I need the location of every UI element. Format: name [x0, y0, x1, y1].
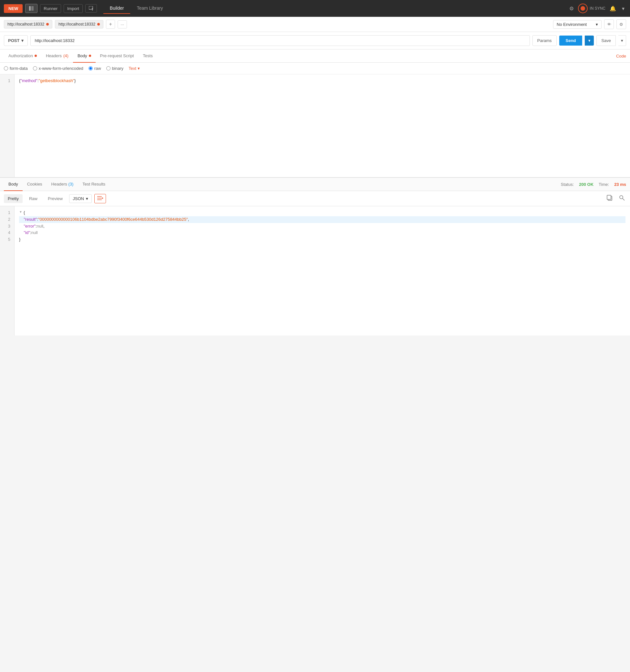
- tests-label: Tests: [143, 53, 152, 58]
- format-preview-button[interactable]: Preview: [44, 194, 67, 203]
- tab-prerequest[interactable]: Pre-request Script: [96, 49, 138, 63]
- tab-1-url: http://localhost:18332: [7, 22, 44, 26]
- url-input[interactable]: [30, 35, 530, 46]
- request-code-editor: 1 {"method":"getbestblockhash"}: [0, 74, 630, 178]
- env-select-button[interactable]: No Environment ▾: [553, 20, 602, 29]
- resp-tab-body[interactable]: Body: [4, 178, 23, 191]
- resp-tab-test-results[interactable]: Test Results: [78, 178, 110, 191]
- tab-tests[interactable]: Tests: [138, 49, 157, 63]
- params-button[interactable]: Params: [532, 35, 557, 46]
- tab-1-dot: [46, 23, 49, 26]
- main-nav-tabs: Builder Team Library: [103, 3, 170, 14]
- body-type-bar: form-data x-www-form-urlencoded raw bina…: [0, 63, 630, 74]
- urlencoded-option[interactable]: x-www-form-urlencoded: [33, 66, 83, 71]
- resp-code-line-5: }: [19, 236, 626, 243]
- headers-label: Headers: [46, 53, 62, 58]
- method-value: "getbestblockhash": [39, 78, 74, 83]
- copy-button[interactable]: [605, 194, 614, 203]
- resp-code-content: ▼ { "result": "0000000000000106b1104bdbe…: [15, 206, 630, 336]
- resp-line-numbers: 1 2 3 4 5: [0, 206, 15, 336]
- copy-icon: [607, 195, 612, 201]
- binary-radio[interactable]: [106, 66, 110, 70]
- raw-option[interactable]: raw: [89, 66, 101, 71]
- send-dropdown-button[interactable]: ▾: [585, 35, 594, 46]
- resp-id-value: null: [31, 230, 37, 236]
- code-content[interactable]: {"method":"getbestblockhash"}: [15, 74, 630, 177]
- tab-team-library[interactable]: Team Library: [130, 3, 169, 14]
- response-section: Body Cookies Headers (3) Test Results St…: [0, 178, 630, 336]
- resp-error-value: null: [37, 223, 43, 230]
- resp-line-num-1: 1: [4, 210, 10, 216]
- text-dropdown-chevron-icon: ▾: [137, 66, 140, 71]
- search-icon: [619, 195, 625, 201]
- sync-dot-inner: [581, 6, 585, 11]
- sync-label: IN SYNC: [589, 6, 605, 11]
- format-pretty-button[interactable]: Pretty: [4, 194, 23, 203]
- resp-headers-label: Headers: [51, 182, 67, 187]
- status-area: Status: 200 OK Time: 23 ms: [561, 182, 626, 187]
- resp-result-value: "0000000000000106b1104bdbe2abc7990f3400f…: [38, 216, 188, 223]
- new-tab-button[interactable]: [85, 4, 97, 13]
- resp-line-num-3: 3: [4, 223, 10, 230]
- tab-item-2[interactable]: http://localhost:18332: [55, 20, 103, 28]
- line-number-1: 1: [4, 77, 10, 85]
- resp-code-line-1: ▼ {: [19, 210, 626, 216]
- more-tabs-button[interactable]: ···: [118, 20, 127, 28]
- resp-code-line-4: "id": null: [19, 230, 626, 236]
- tab-body[interactable]: Body: [73, 49, 96, 63]
- svg-rect-1: [31, 6, 33, 11]
- code-button[interactable]: Code: [616, 54, 626, 58]
- notifications-button[interactable]: 🔔: [608, 4, 618, 13]
- body-label: Body: [78, 53, 87, 58]
- resp-code-line-2: "result": "0000000000000106b1104bdbe2abc…: [19, 216, 626, 223]
- eye-icon-button[interactable]: 👁: [604, 19, 614, 29]
- resp-open-brace: {: [24, 210, 25, 216]
- resp-close-brace: }: [19, 236, 20, 243]
- form-data-radio[interactable]: [4, 66, 8, 70]
- resp-line-num-4: 4: [4, 230, 10, 236]
- sidebar-icon: [29, 6, 34, 11]
- dropdown-chevron-button[interactable]: ▾: [620, 4, 626, 13]
- svg-point-10: [620, 196, 623, 199]
- svg-rect-0: [29, 6, 31, 11]
- runner-button[interactable]: Runner: [40, 4, 61, 13]
- tab-item-1[interactable]: http://localhost:18332: [4, 20, 52, 28]
- save-button[interactable]: Save: [597, 35, 616, 46]
- sync-indicator: [578, 4, 588, 13]
- form-data-option[interactable]: form-data: [4, 66, 28, 71]
- save-dropdown-button[interactable]: ▾: [619, 35, 626, 46]
- sync-area: IN SYNC: [578, 4, 605, 13]
- resp-tab-cookies[interactable]: Cookies: [23, 178, 47, 191]
- add-tab-button[interactable]: +: [106, 20, 115, 29]
- wrap-button[interactable]: [94, 194, 106, 203]
- gear-icon: ⚙: [619, 22, 623, 27]
- urlencoded-radio[interactable]: [33, 66, 37, 70]
- request-tabs: Authorization Headers (4) Body Pre-reque…: [0, 49, 630, 63]
- gear-icon-button[interactable]: ⚙: [616, 19, 626, 29]
- tab-2-dot: [97, 23, 100, 26]
- authorization-label: Authorization: [8, 53, 33, 58]
- nav-right: ⚙ IN SYNC 🔔 ▾: [568, 4, 626, 13]
- status-value: 200 OK: [579, 182, 594, 187]
- eye-icon: 👁: [607, 22, 611, 27]
- text-type-button[interactable]: Text ▾: [129, 66, 140, 71]
- new-button[interactable]: NEW: [4, 4, 23, 13]
- resp-tab-headers[interactable]: Headers (3): [47, 178, 78, 191]
- svg-rect-2: [89, 6, 93, 9]
- response-code: 1 2 3 4 5 ▼ { "result": "000000000000010…: [0, 206, 630, 336]
- settings-icon-button[interactable]: ⚙: [568, 4, 575, 13]
- sidebar-toggle-button[interactable]: [25, 4, 37, 13]
- resp-headers-badge: (3): [68, 182, 73, 187]
- raw-radio[interactable]: [89, 66, 93, 70]
- json-format-select[interactable]: JSON ▾: [69, 194, 92, 203]
- import-button[interactable]: Import: [64, 4, 83, 13]
- tab-headers[interactable]: Headers (4): [41, 49, 73, 63]
- search-button[interactable]: [618, 194, 626, 203]
- send-button[interactable]: Send: [559, 35, 582, 46]
- tab-authorization[interactable]: Authorization: [4, 49, 41, 63]
- method-select[interactable]: POST ▾: [4, 35, 28, 46]
- request-bar: POST ▾ Params Send ▾ Save ▾: [0, 32, 630, 49]
- format-raw-button[interactable]: Raw: [25, 194, 41, 203]
- tab-builder[interactable]: Builder: [103, 3, 130, 14]
- binary-option[interactable]: binary: [106, 66, 123, 71]
